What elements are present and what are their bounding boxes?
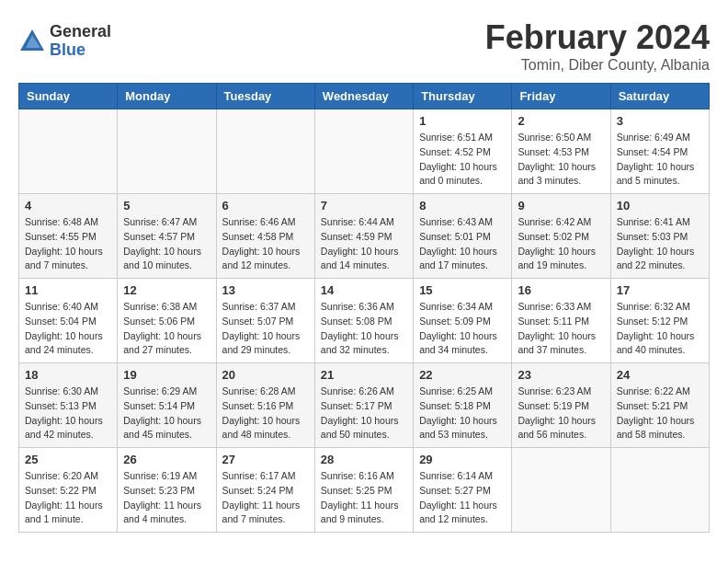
day-info: Sunrise: 6:23 AMSunset: 5:19 PMDaylight:…	[518, 385, 604, 442]
day-info: Sunrise: 6:20 AMSunset: 5:22 PMDaylight:…	[25, 469, 111, 527]
calendar-week-row: 4Sunrise: 6:48 AMSunset: 4:55 PMDaylight…	[19, 194, 710, 279]
day-info: Sunrise: 6:44 AMSunset: 4:59 PMDaylight:…	[321, 215, 407, 273]
calendar-header-saturday: Saturday	[610, 84, 709, 109]
logo: General Blue	[18, 23, 111, 60]
day-number: 17	[617, 283, 703, 297]
logo-text: General Blue	[50, 23, 111, 60]
day-number: 22	[419, 368, 506, 382]
calendar-cell: 22Sunrise: 6:25 AMSunset: 5:18 PMDayligh…	[414, 363, 512, 448]
day-number: 13	[222, 283, 309, 297]
calendar-cell: 21Sunrise: 6:26 AMSunset: 5:17 PMDayligh…	[314, 363, 413, 448]
calendar-cell	[19, 109, 118, 194]
calendar-header-wednesday: Wednesday	[314, 84, 413, 109]
calendar-header-monday: Monday	[118, 84, 216, 109]
day-info: Sunrise: 6:49 AMSunset: 4:54 PMDaylight:…	[617, 131, 703, 189]
day-info: Sunrise: 6:26 AMSunset: 5:17 PMDaylight:…	[321, 385, 407, 442]
day-info: Sunrise: 6:48 AMSunset: 4:55 PMDaylight:…	[25, 215, 111, 273]
day-info: Sunrise: 6:36 AMSunset: 5:08 PMDaylight:…	[321, 300, 407, 358]
page-header: General Blue February 2024 Tomin, Diber …	[18, 18, 710, 74]
calendar-cell	[314, 109, 413, 194]
calendar-cell: 17Sunrise: 6:32 AMSunset: 5:12 PMDayligh…	[610, 279, 709, 363]
calendar-cell: 29Sunrise: 6:14 AMSunset: 5:27 PMDayligh…	[414, 448, 512, 533]
calendar-week-row: 25Sunrise: 6:20 AMSunset: 5:22 PMDayligh…	[19, 448, 710, 533]
logo-general: General	[50, 23, 111, 41]
logo-blue: Blue	[50, 41, 111, 60]
day-number: 19	[123, 368, 210, 382]
calendar-table: SundayMondayTuesdayWednesdayThursdayFrid…	[18, 83, 710, 533]
day-number: 20	[222, 368, 309, 382]
day-info: Sunrise: 6:22 AMSunset: 5:21 PMDaylight:…	[617, 385, 703, 442]
day-info: Sunrise: 6:19 AMSunset: 5:23 PMDaylight:…	[123, 469, 210, 527]
calendar-week-row: 18Sunrise: 6:30 AMSunset: 5:13 PMDayligh…	[19, 363, 710, 448]
day-info: Sunrise: 6:43 AMSunset: 5:01 PMDaylight:…	[419, 215, 506, 273]
day-info: Sunrise: 6:51 AMSunset: 4:52 PMDaylight:…	[419, 131, 506, 189]
calendar-cell: 5Sunrise: 6:47 AMSunset: 4:57 PMDaylight…	[118, 194, 216, 279]
title-section: February 2024 Tomin, Diber County, Alban…	[485, 18, 710, 74]
day-number: 29	[419, 453, 506, 466]
day-number: 5	[123, 199, 210, 213]
calendar-cell: 14Sunrise: 6:36 AMSunset: 5:08 PMDayligh…	[314, 279, 413, 363]
calendar-cell: 23Sunrise: 6:23 AMSunset: 5:19 PMDayligh…	[512, 363, 610, 448]
calendar-cell: 12Sunrise: 6:38 AMSunset: 5:06 PMDayligh…	[118, 279, 216, 363]
day-info: Sunrise: 6:28 AMSunset: 5:16 PMDaylight:…	[222, 385, 309, 442]
calendar-cell: 18Sunrise: 6:30 AMSunset: 5:13 PMDayligh…	[19, 363, 118, 448]
calendar-cell	[216, 109, 314, 194]
calendar-cell: 25Sunrise: 6:20 AMSunset: 5:22 PMDayligh…	[19, 448, 118, 533]
calendar-cell: 7Sunrise: 6:44 AMSunset: 4:59 PMDaylight…	[314, 194, 413, 279]
calendar-cell: 13Sunrise: 6:37 AMSunset: 5:07 PMDayligh…	[216, 279, 314, 363]
day-info: Sunrise: 6:46 AMSunset: 4:58 PMDaylight:…	[222, 215, 309, 273]
day-number: 4	[25, 199, 111, 213]
calendar-cell: 28Sunrise: 6:16 AMSunset: 5:25 PMDayligh…	[314, 448, 413, 533]
day-number: 11	[25, 283, 111, 297]
day-info: Sunrise: 6:41 AMSunset: 5:03 PMDaylight:…	[617, 215, 703, 273]
day-number: 9	[518, 199, 604, 213]
calendar-cell: 6Sunrise: 6:46 AMSunset: 4:58 PMDaylight…	[216, 194, 314, 279]
calendar-header-tuesday: Tuesday	[216, 84, 314, 109]
calendar-cell: 10Sunrise: 6:41 AMSunset: 5:03 PMDayligh…	[610, 194, 709, 279]
day-info: Sunrise: 6:47 AMSunset: 4:57 PMDaylight:…	[123, 215, 210, 273]
calendar-cell: 16Sunrise: 6:33 AMSunset: 5:11 PMDayligh…	[512, 279, 610, 363]
calendar-cell	[610, 448, 709, 533]
day-number: 6	[222, 199, 309, 213]
day-number: 18	[25, 368, 111, 382]
calendar-cell: 1Sunrise: 6:51 AMSunset: 4:52 PMDaylight…	[414, 109, 512, 194]
day-info: Sunrise: 6:30 AMSunset: 5:13 PMDaylight:…	[25, 385, 111, 442]
day-number: 16	[518, 283, 604, 297]
day-number: 15	[419, 283, 506, 297]
day-number: 3	[617, 114, 703, 128]
day-info: Sunrise: 6:32 AMSunset: 5:12 PMDaylight:…	[617, 300, 703, 358]
day-number: 24	[617, 368, 703, 382]
day-number: 26	[123, 453, 210, 466]
day-number: 27	[222, 453, 309, 466]
day-info: Sunrise: 6:25 AMSunset: 5:18 PMDaylight:…	[419, 385, 506, 442]
day-number: 7	[321, 199, 407, 213]
day-number: 8	[419, 199, 506, 213]
day-info: Sunrise: 6:38 AMSunset: 5:06 PMDaylight:…	[123, 300, 210, 358]
calendar-cell: 15Sunrise: 6:34 AMSunset: 5:09 PMDayligh…	[414, 279, 512, 363]
day-info: Sunrise: 6:14 AMSunset: 5:27 PMDaylight:…	[419, 469, 506, 527]
day-info: Sunrise: 6:16 AMSunset: 5:25 PMDaylight:…	[321, 469, 407, 527]
day-info: Sunrise: 6:50 AMSunset: 4:53 PMDaylight:…	[518, 131, 604, 189]
day-number: 12	[123, 283, 210, 297]
day-number: 1	[419, 114, 506, 128]
day-number: 25	[25, 453, 111, 466]
calendar-header-thursday: Thursday	[414, 84, 512, 109]
calendar-week-row: 11Sunrise: 6:40 AMSunset: 5:04 PMDayligh…	[19, 279, 710, 363]
calendar-cell: 24Sunrise: 6:22 AMSunset: 5:21 PMDayligh…	[610, 363, 709, 448]
calendar-cell: 9Sunrise: 6:42 AMSunset: 5:02 PMDaylight…	[512, 194, 610, 279]
day-info: Sunrise: 6:34 AMSunset: 5:09 PMDaylight:…	[419, 300, 506, 358]
calendar-cell: 19Sunrise: 6:29 AMSunset: 5:14 PMDayligh…	[118, 363, 216, 448]
calendar-cell: 20Sunrise: 6:28 AMSunset: 5:16 PMDayligh…	[216, 363, 314, 448]
calendar-week-row: 1Sunrise: 6:51 AMSunset: 4:52 PMDaylight…	[19, 109, 710, 194]
main-title: February 2024	[485, 18, 710, 57]
day-info: Sunrise: 6:17 AMSunset: 5:24 PMDaylight:…	[222, 469, 309, 527]
sub-title: Tomin, Diber County, Albania	[485, 57, 710, 74]
calendar-cell: 4Sunrise: 6:48 AMSunset: 4:55 PMDaylight…	[19, 194, 118, 279]
day-number: 21	[321, 368, 407, 382]
calendar-cell: 8Sunrise: 6:43 AMSunset: 5:01 PMDaylight…	[414, 194, 512, 279]
day-number: 14	[321, 283, 407, 297]
day-number: 2	[518, 114, 604, 128]
calendar-cell: 3Sunrise: 6:49 AMSunset: 4:54 PMDaylight…	[610, 109, 709, 194]
calendar-cell: 27Sunrise: 6:17 AMSunset: 5:24 PMDayligh…	[216, 448, 314, 533]
calendar-header-sunday: Sunday	[19, 84, 118, 109]
